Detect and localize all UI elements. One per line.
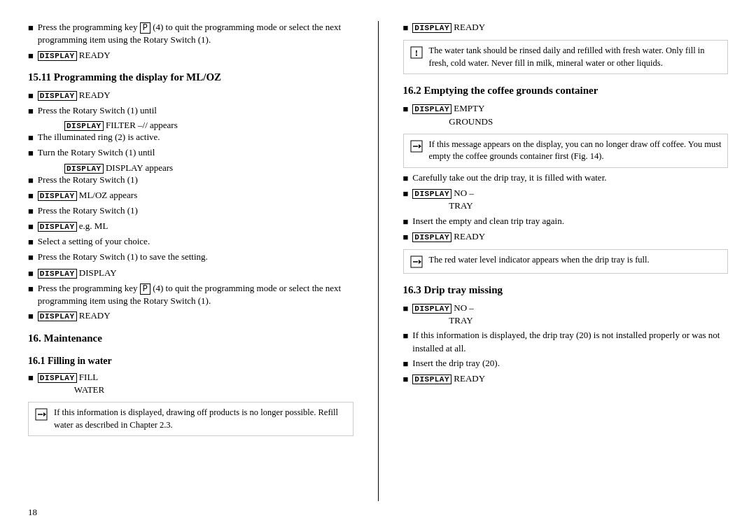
display-tag: DISPLAY xyxy=(412,232,451,242)
bullet-select-setting: ■ Select a setting of your choice. xyxy=(28,235,354,248)
intro-text-1: Press the programming key P (4) to quit … xyxy=(38,21,354,47)
section-15-11-title: 15.11 Programming the display for ML/OZ xyxy=(28,71,354,83)
no-text-2: NO – xyxy=(454,302,474,313)
bullet-display-ready-4: ■ DISPLAY READY xyxy=(403,372,729,386)
bullet-press-rotary-3: ■ Press the Rotary Switch (1) xyxy=(28,204,354,218)
bullet-sym: ■ xyxy=(28,283,34,295)
display-tag: DISPLAY xyxy=(412,23,451,33)
bullet-display-ready-3: ■ DISPLAY READY xyxy=(403,230,729,244)
bullet-display-ready-right: ■ DISPLAY READY xyxy=(403,21,729,34)
bullet-display-display: ■ DISPLAY DISPLAY xyxy=(28,267,354,280)
empty-text: EMPTY xyxy=(454,103,484,113)
note-grounds-text: If this message appears on the display, … xyxy=(429,139,722,163)
bullet-sym: ■ xyxy=(28,190,34,202)
page: ■ Press the programming key P (4) to qui… xyxy=(0,0,756,532)
bullet-sym: ■ xyxy=(28,372,34,384)
display-tag: DISPLAY xyxy=(64,121,104,131)
section-16-1-title: 16.1 Filling in water xyxy=(28,356,354,367)
bullet-sym: ■ xyxy=(28,251,34,264)
bullet-press-prog-key: ■ Press the programming key P (4) to qui… xyxy=(28,282,354,308)
bullet-sym: ■ xyxy=(28,105,34,118)
content: If this information is displayed, the dr… xyxy=(412,329,728,354)
bullet-sym: ■ xyxy=(28,310,34,323)
display-tag: DISPLAY xyxy=(38,51,77,61)
column-divider xyxy=(378,21,379,501)
display-tag: DISPLAY xyxy=(412,374,451,384)
water-text: WATER xyxy=(38,384,104,396)
bullet-turn-rotary: ■ Turn the Rotary Switch (1) until xyxy=(28,146,354,160)
bullet-sym: ■ xyxy=(403,172,409,185)
bullet-sym: ■ xyxy=(403,231,409,244)
bullet-no-tray-1: ■ DISPLAY NO – TRAY xyxy=(403,187,729,213)
bullet-sym: ■ xyxy=(403,373,409,386)
content: DISPLAY DISPLAY xyxy=(38,267,354,279)
note-fill-water: If this information is displayed, drawin… xyxy=(28,402,354,436)
bullet-press-save: ■ Press the Rotary Switch (1) to save th… xyxy=(28,251,354,264)
tray-text: TRAY xyxy=(412,200,472,212)
bullet-insert-tray: ■ Insert the empty and clean trip tray a… xyxy=(403,215,729,228)
right-column: ■ DISPLAY READY ! The water tank should … xyxy=(403,21,729,501)
display-ready-intro: ■ DISPLAY READY xyxy=(28,49,354,62)
bullet-empty-grounds: ■ DISPLAY EMPTY GROUNDS xyxy=(403,102,729,128)
bullet-sym: ■ xyxy=(28,205,34,218)
svg-text:!: ! xyxy=(414,48,417,58)
indent-filter: DISPLAY FILTER –// appears xyxy=(28,120,354,131)
display-ready-intro-text: DISPLAY READY xyxy=(38,49,354,62)
display-tag: DISPLAY xyxy=(412,304,451,314)
bullet-sym: ■ xyxy=(28,267,34,280)
no-text: NO – xyxy=(454,188,474,198)
bullet-sym: ■ xyxy=(28,132,34,144)
content: Press the Rotary Switch (1) xyxy=(38,204,354,217)
bullet-sym: ■ xyxy=(403,302,409,315)
bullet-sym: ■ xyxy=(28,147,34,160)
bullet-sym: ■ xyxy=(403,216,409,228)
content: Select a setting of your choice. xyxy=(38,235,354,248)
grounds-text: GROUNDS xyxy=(412,115,493,128)
content: DISPLAY READY xyxy=(38,309,354,322)
bullet-sym: ■ xyxy=(28,236,34,248)
bullet-sym: ■ xyxy=(28,174,34,187)
content: DISPLAY EMPTY GROUNDS xyxy=(412,102,728,128)
section-16-title: 16. Maintenance xyxy=(28,332,354,344)
bullet-illuminated: ■ The illuminated ring (2) is active. xyxy=(28,131,354,144)
bullet-symbol: ■ xyxy=(28,22,34,34)
tray-text-2: TRAY xyxy=(412,314,472,327)
arrow-icon-2 xyxy=(410,139,424,153)
bullet-insert-drip-20: ■ Insert the drip tray (20). xyxy=(403,357,729,370)
bullet-eg-ml: ■ DISPLAY e.g. ML xyxy=(28,220,354,233)
display-tag: DISPLAY xyxy=(38,191,77,201)
bullet-press-rotary-2: ■ Press the Rotary Switch (1) xyxy=(28,174,354,187)
bullet-sym: ■ xyxy=(28,90,34,102)
note-fill-text: If this information is displayed, drawin… xyxy=(54,407,347,431)
content: Insert the empty and clean trip tray aga… xyxy=(412,215,728,227)
content: Carefully take out the drip tray, it is … xyxy=(412,172,728,184)
display-tag: DISPLAY xyxy=(64,164,104,174)
arrow-icon xyxy=(34,407,48,421)
bullet-sym: ■ xyxy=(403,103,409,115)
ready-text: READY xyxy=(79,50,111,60)
page-number: 18 xyxy=(28,507,728,518)
display-tag: DISPLAY xyxy=(412,104,451,114)
content: DISPLAY READY xyxy=(412,230,728,243)
content: Press the Rotary Switch (1) xyxy=(38,174,354,186)
bullet-display-ready-2: ■ DISPLAY READY xyxy=(28,309,354,323)
note-red-indicator: The red water level indicator appears wh… xyxy=(403,249,729,274)
bullet-sym: ■ xyxy=(403,22,409,34)
content: Insert the drip tray (20). xyxy=(412,357,728,370)
content: Press the Rotary Switch (1) to save the … xyxy=(38,251,354,263)
intro-bullet-1: ■ Press the programming key P (4) to qui… xyxy=(28,21,354,47)
columns: ■ Press the programming key P (4) to qui… xyxy=(28,21,728,501)
content: DISPLAY NO – TRAY xyxy=(412,187,728,213)
section-16-3-title: 16.3 Drip tray missing xyxy=(403,284,729,296)
content: DISPLAY FILL WATER xyxy=(38,371,354,397)
bullet-fill-water: ■ DISPLAY FILL WATER xyxy=(28,371,354,397)
fill-text: FILL xyxy=(79,372,98,382)
left-column: ■ Press the programming key P (4) to qui… xyxy=(28,21,354,501)
bullet-sym: ■ xyxy=(403,188,409,200)
bullet-press-rotary-1: ■ Press the Rotary Switch (1) until xyxy=(28,104,354,118)
display-tag: DISPLAY xyxy=(38,222,77,232)
content: Press the Rotary Switch (1) until xyxy=(38,104,354,117)
section-16-2-title: 16.2 Emptying the coffee grounds contain… xyxy=(403,85,729,97)
display-tag: DISPLAY xyxy=(38,373,77,383)
content: DISPLAY NO – TRAY xyxy=(412,302,728,328)
